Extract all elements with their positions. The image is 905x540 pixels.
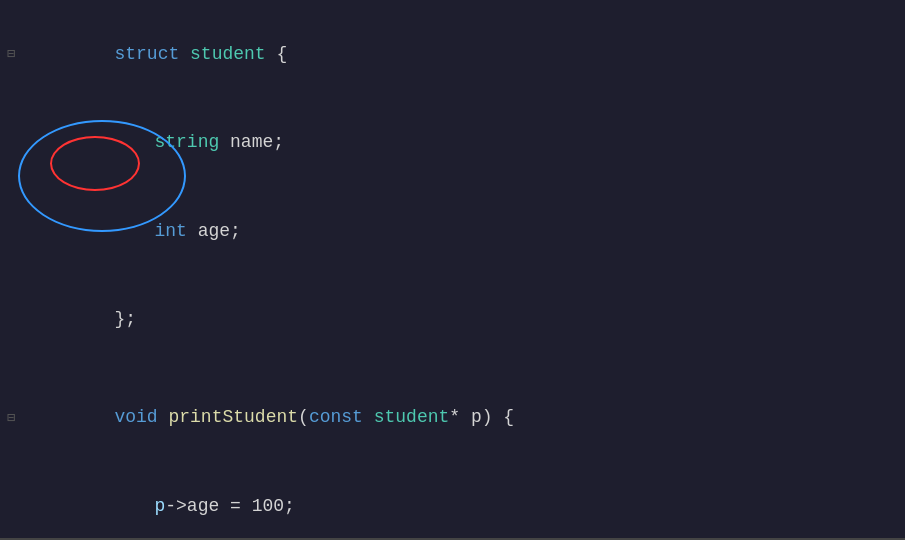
code-text: p->age = 100; (60, 463, 295, 540)
func-line-2: p->age = 100; (0, 462, 905, 540)
code-editor: ⊟ struct student { string name; int age;… (0, 0, 905, 540)
code-text: struct student { (20, 11, 287, 97)
code-content: ⊟ struct student { string name; int age;… (0, 0, 905, 540)
code-text: int age; (60, 188, 241, 274)
fold-icon-5[interactable]: ⊟ (0, 407, 20, 429)
func-line-1: ⊟ void printStudent(const student* p) { (0, 374, 905, 462)
struct-line-4: }; (0, 275, 905, 363)
code-text: void printStudent(const student* p) { (20, 375, 514, 461)
code-text: string name; (60, 99, 284, 185)
struct-line-2: string name; (0, 98, 905, 186)
struct-line-1: ⊟ struct student { (0, 10, 905, 98)
gap-1 (0, 364, 905, 374)
code-text: }; (20, 276, 136, 362)
fold-icon-1[interactable]: ⊟ (0, 43, 20, 65)
struct-line-3: int age; (0, 187, 905, 275)
